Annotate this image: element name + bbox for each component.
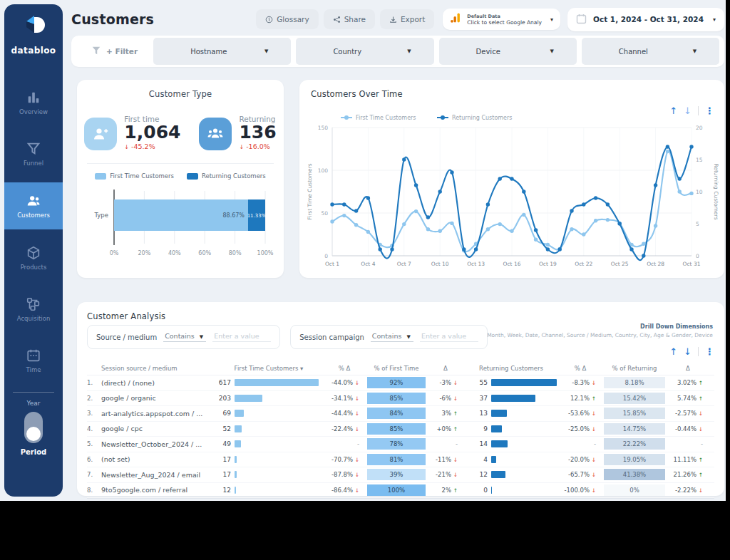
svg-text:Oct 16: Oct 16 <box>503 261 521 267</box>
add-filter-button[interactable]: + Filter <box>71 46 153 57</box>
pct-returning-delta: -2.22% ↓ <box>669 487 707 494</box>
box-icon <box>26 245 41 261</box>
table-row[interactable]: 7.Newsletter_Aug_2024 / email17-87.8% ↓3… <box>87 467 714 483</box>
svg-text:60%: 60% <box>198 250 211 256</box>
table-row[interactable]: 3.art-analytics.appspot.com / ...69-44.4… <box>87 406 714 422</box>
share-icon <box>333 16 341 24</box>
row-rank: 1. <box>87 379 101 386</box>
pct-returning-delta: 3.02% ↑ <box>669 379 707 386</box>
svg-text:88.67%: 88.67% <box>222 212 245 219</box>
table-row[interactable]: 4.google / cpc52-22.4% ↓85%+0% ↑9-25.0% … <box>87 422 714 437</box>
sidebar-item-customers[interactable]: Customers <box>4 182 63 229</box>
button-label: Export <box>401 15 425 24</box>
sidebar-item-acquisition[interactable]: Acquisition <box>4 286 63 332</box>
sort-up-icon[interactable]: ↑ <box>669 346 677 357</box>
returning-bar <box>491 425 502 432</box>
row-source: Newsletter_October_2024 / ... <box>101 440 212 448</box>
data-source-selector[interactable]: Default Data Click to select Google Anal… <box>443 9 560 30</box>
filter-bar: + Filter Hostname▼Country▼Device▼Channel… <box>71 36 724 67</box>
sidebar-item-time[interactable]: Time <box>4 338 63 383</box>
stat-value: 136 <box>239 123 276 142</box>
pct-returning-delta: -0.44% ↓ <box>669 425 707 432</box>
filter-dropdown-device[interactable]: Device▼ <box>439 38 577 65</box>
sort-down-icon[interactable]: ↓ <box>684 346 692 357</box>
calendar-icon <box>576 14 587 26</box>
toggle-knob[interactable] <box>26 427 41 441</box>
pct-first-delta: 2% ↑ <box>429 487 462 494</box>
sidebar-item-products[interactable]: Products <box>4 235 63 281</box>
stat-delta: ↓ -45.2% <box>124 142 180 150</box>
svg-text:40%: 40% <box>168 250 181 256</box>
table-body: 1.(direct) / (none)617-44.0% ↓92%-3% ↓55… <box>87 375 714 498</box>
pct-returning-cell: 19.05% <box>604 454 665 465</box>
row-source: (direct) / (none) <box>101 379 212 387</box>
svg-text:Oct 4: Oct 4 <box>361 261 375 267</box>
row-rank: 2. <box>87 395 101 402</box>
returning-delta: - <box>560 440 600 447</box>
kebab-menu-icon[interactable]: ⋮ <box>705 346 714 357</box>
table-row[interactable]: 1.(direct) / (none)617-44.0% ↓92%-3% ↓55… <box>87 375 714 391</box>
sidebar-item-label: Funnel <box>24 160 43 167</box>
page-header: Customers GlossaryShareExport Default Da… <box>71 6 724 33</box>
pct-returning-cell: 15.85% <box>604 408 665 419</box>
date-range-picker[interactable]: Oct 1, 2024 - Oct 31, 2024 ▾ <box>567 8 724 31</box>
svg-text:15: 15 <box>696 157 703 163</box>
customer-type-title: Customer Type <box>77 80 284 99</box>
row-source: 9to5google.com / referral <box>101 486 212 494</box>
sidebar-item-funnel[interactable]: Funnel <box>4 131 63 177</box>
row-source: (not set) <box>101 455 212 463</box>
export-button[interactable]: Export <box>380 9 434 29</box>
column-header: % of Returning <box>600 365 669 372</box>
year-period-toggle[interactable] <box>24 412 43 443</box>
filter-dropdown-hostname[interactable]: Hostname▼ <box>153 38 291 65</box>
table-row[interactable]: 5.Newsletter_October_2024 / ...49-78%-14… <box>87 437 714 452</box>
table-row[interactable]: 6.(not set)17-70.7% ↓81%-11% ↓4-20.0% ↓1… <box>87 452 714 468</box>
share-button[interactable]: Share <box>324 9 375 29</box>
filter-dimension-label: Source / medium <box>96 333 157 341</box>
returning-bar <box>491 395 535 402</box>
first-time-delta: -34.1% ↓ <box>325 395 364 402</box>
pct-returning-cell: 14.75% <box>604 423 665 435</box>
first-time-bar <box>235 425 242 432</box>
column-header[interactable]: Session source / medium <box>101 365 212 372</box>
pct-first-time-cell: 100% <box>367 484 426 496</box>
funnel-icon <box>91 46 101 57</box>
filter-dropdown-channel[interactable]: Channel▼ <box>582 38 719 65</box>
pct-returning-cell: 15.42% <box>604 393 665 404</box>
pct-returning-cell: 41.38% <box>604 469 665 480</box>
column-header[interactable]: First Time Customers ▾ <box>212 365 325 372</box>
pct-returning-cell: 8.18% <box>604 377 665 388</box>
sort-down-icon[interactable]: ↓ <box>684 105 692 116</box>
first-time-customers-cell: 49 <box>212 440 325 447</box>
first-time-bar <box>235 410 244 417</box>
returning-delta: -65.7% ↓ <box>560 471 600 478</box>
filter-value-input[interactable]: Enter a value <box>212 332 271 342</box>
info-icon <box>265 16 273 24</box>
filter-dropdown-country[interactable]: Country▼ <box>296 38 433 65</box>
filter-operator-select[interactable]: Contains ▼ <box>163 332 206 342</box>
column-header: Δ <box>669 365 707 372</box>
glossary-button[interactable]: Glossary <box>256 9 318 29</box>
brand-name: databloo <box>11 46 56 56</box>
chevron-down-icon: ▾ <box>713 16 716 23</box>
legend-item: Returning Customers <box>187 172 266 180</box>
pct-returning-delta: -2.57% ↓ <box>669 410 707 417</box>
row-source: art-analytics.appspot.com / ... <box>101 410 212 418</box>
first-time-customers-cell: 17 <box>212 456 325 463</box>
kebab-menu-icon[interactable]: ⋮ <box>705 105 714 116</box>
row-source: google / organic <box>101 394 212 402</box>
pct-first-time-cell: 39% <box>367 469 426 480</box>
table-row[interactable]: 2.google / organic203-34.1% ↓85%-6% ↓371… <box>87 391 714 407</box>
filter-value-input[interactable]: Enter a value <box>420 332 478 342</box>
sidebar-item-overview[interactable]: Overview <box>4 80 63 125</box>
sort-up-icon[interactable]: ↑ <box>669 105 677 116</box>
table-header-row: Session source / mediumFirst Time Custom… <box>87 362 714 375</box>
sidebar-divider <box>13 392 54 393</box>
returning-customers-cell: 4 <box>462 456 560 463</box>
svg-text:150: 150 <box>318 125 329 131</box>
first-time-value: 52 <box>212 425 231 432</box>
chevron-down-icon: ▾ <box>550 16 553 23</box>
table-row[interactable]: 8.9to5google.com / referral12-86.4% ↓100… <box>87 483 714 499</box>
filter-operator-select[interactable]: Contains ▼ <box>371 332 413 342</box>
button-label: Glossary <box>277 15 309 24</box>
